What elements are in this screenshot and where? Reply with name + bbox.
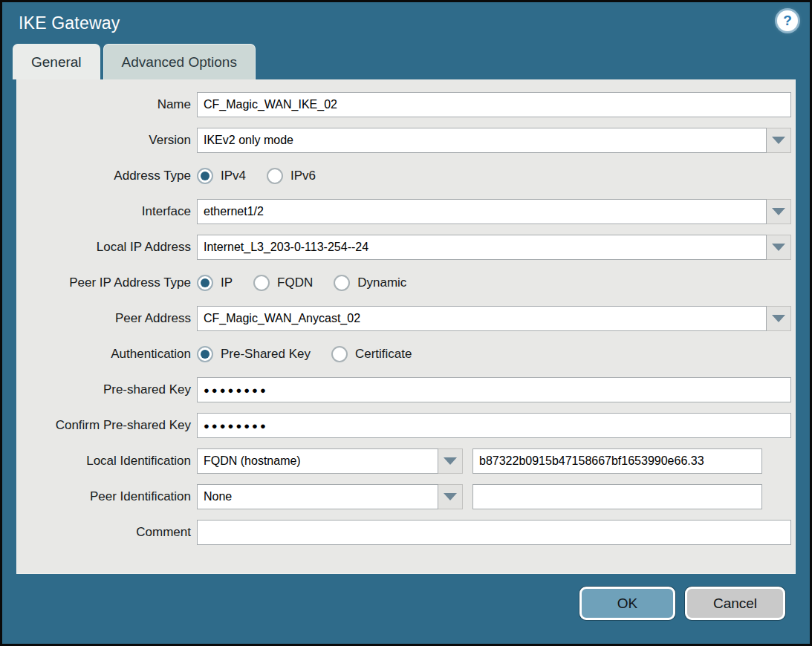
- radio-icon[interactable]: [267, 168, 283, 184]
- peer-ip-type-dynamic-option[interactable]: Dynamic: [334, 275, 406, 291]
- version-row: Version IKEv2 only mode: [17, 128, 795, 153]
- general-tab-panel: Name CF_Magic_WAN_IKE_02 Version IKEv2 o…: [16, 79, 796, 574]
- auth-certificate-option[interactable]: Certificate: [331, 346, 412, 362]
- address-type-row: Address Type IPv4 IPv6: [17, 163, 795, 189]
- ok-button[interactable]: OK: [579, 587, 675, 620]
- local-identification-dropdown-button[interactable]: [438, 448, 463, 474]
- local-ip-address-select[interactable]: Internet_L3_203-0-113-254--24: [197, 235, 767, 260]
- radio-label: Certificate: [355, 347, 412, 362]
- address-type-ipv6-option[interactable]: IPv6: [267, 168, 316, 184]
- auth-pre-shared-key-option[interactable]: Pre-Shared Key: [197, 346, 311, 362]
- peer-ip-address-type-label: Peer IP Address Type: [17, 275, 191, 290]
- ike-gateway-dialog: IKE Gateway ? General Advanced Options N…: [0, 0, 812, 646]
- cancel-button[interactable]: Cancel: [685, 587, 785, 620]
- local-ip-address-dropdown-button[interactable]: [767, 235, 791, 260]
- interface-dropdown-button[interactable]: [767, 199, 791, 224]
- local-identification-row: Local Identification FQDN (hostname) b87…: [17, 448, 795, 474]
- peer-identification-value-input[interactable]: [472, 484, 762, 509]
- dialog-footer: OK Cancel: [2, 587, 810, 620]
- radio-label: IPv4: [221, 169, 246, 183]
- local-identification-value-input[interactable]: b87322b0915b47158667bf1653990e66.33: [472, 448, 762, 474]
- radio-label: IPv6: [290, 169, 316, 183]
- radio-label: FQDN: [277, 275, 313, 290]
- pre-shared-key-input[interactable]: ●●●●●●●●: [197, 377, 791, 402]
- peer-identification-label: Peer Identification: [17, 489, 191, 504]
- radio-icon[interactable]: [334, 275, 350, 291]
- peer-identification-type-select[interactable]: None: [197, 484, 438, 509]
- tab-bar: General Advanced Options: [2, 44, 810, 79]
- peer-address-dropdown-button[interactable]: [767, 306, 791, 331]
- peer-address-row: Peer Address CF_Magic_WAN_Anycast_02: [17, 306, 795, 331]
- comment-input[interactable]: [197, 520, 791, 545]
- confirm-pre-shared-key-label: Confirm Pre-shared Key: [17, 418, 191, 433]
- authentication-row: Authentication Pre-Shared Key Certificat…: [17, 342, 795, 367]
- peer-ip-type-ip-option[interactable]: IP: [197, 275, 233, 291]
- name-input[interactable]: CF_Magic_WAN_IKE_02: [197, 92, 791, 117]
- interface-label: Interface: [17, 204, 191, 219]
- chevron-down-icon: [772, 315, 785, 322]
- authentication-label: Authentication: [17, 347, 191, 362]
- version-label: Version: [17, 133, 191, 148]
- peer-address-select[interactable]: CF_Magic_WAN_Anycast_02: [197, 306, 767, 331]
- comment-label: Comment: [17, 525, 191, 540]
- radio-icon[interactable]: [253, 275, 270, 291]
- name-label: Name: [17, 97, 191, 112]
- radio-label: Pre-Shared Key: [221, 347, 311, 362]
- chevron-down-icon: [444, 493, 457, 500]
- local-ip-address-label: Local IP Address: [17, 240, 191, 255]
- peer-identification-dropdown-button[interactable]: [438, 484, 463, 509]
- titlebar: IKE Gateway ?: [2, 2, 810, 44]
- peer-address-label: Peer Address: [17, 311, 191, 326]
- interface-row: Interface ethernet1/2: [17, 199, 795, 224]
- confirm-pre-shared-key-input[interactable]: ●●●●●●●●: [197, 413, 791, 438]
- address-type-ipv4-option[interactable]: IPv4: [197, 168, 246, 184]
- name-row: Name CF_Magic_WAN_IKE_02: [17, 92, 795, 117]
- tab-advanced-options[interactable]: Advanced Options: [103, 44, 256, 79]
- chevron-down-icon: [772, 208, 785, 215]
- dialog-title: IKE Gateway: [19, 13, 120, 33]
- version-select[interactable]: IKEv2 only mode: [197, 128, 767, 153]
- comment-row: Comment: [17, 520, 795, 545]
- local-ip-address-row: Local IP Address Internet_L3_203-0-113-2…: [17, 235, 795, 260]
- radio-icon[interactable]: [197, 346, 213, 362]
- radio-icon[interactable]: [331, 346, 348, 362]
- peer-ip-address-type-row: Peer IP Address Type IP FQDN Dynamic: [17, 270, 795, 296]
- local-identification-type-select[interactable]: FQDN (hostname): [197, 448, 438, 474]
- radio-label: IP: [221, 275, 233, 290]
- confirm-pre-shared-key-row: Confirm Pre-shared Key ●●●●●●●●: [17, 413, 795, 438]
- peer-identification-row: Peer Identification None: [17, 484, 795, 509]
- radio-label: Dynamic: [357, 275, 406, 290]
- chevron-down-icon: [772, 137, 785, 144]
- radio-icon[interactable]: [197, 275, 213, 291]
- chevron-down-icon: [772, 244, 785, 251]
- interface-select[interactable]: ethernet1/2: [197, 199, 767, 224]
- address-type-label: Address Type: [17, 169, 191, 183]
- pre-shared-key-row: Pre-shared Key ●●●●●●●●: [17, 377, 795, 402]
- version-dropdown-button[interactable]: [767, 128, 791, 153]
- help-icon[interactable]: ?: [777, 10, 798, 31]
- radio-icon[interactable]: [197, 168, 213, 184]
- chevron-down-icon: [444, 457, 457, 465]
- tab-general[interactable]: General: [13, 44, 100, 79]
- local-identification-label: Local Identification: [17, 454, 191, 469]
- pre-shared-key-label: Pre-shared Key: [17, 382, 191, 397]
- peer-ip-type-fqdn-option[interactable]: FQDN: [253, 275, 313, 291]
